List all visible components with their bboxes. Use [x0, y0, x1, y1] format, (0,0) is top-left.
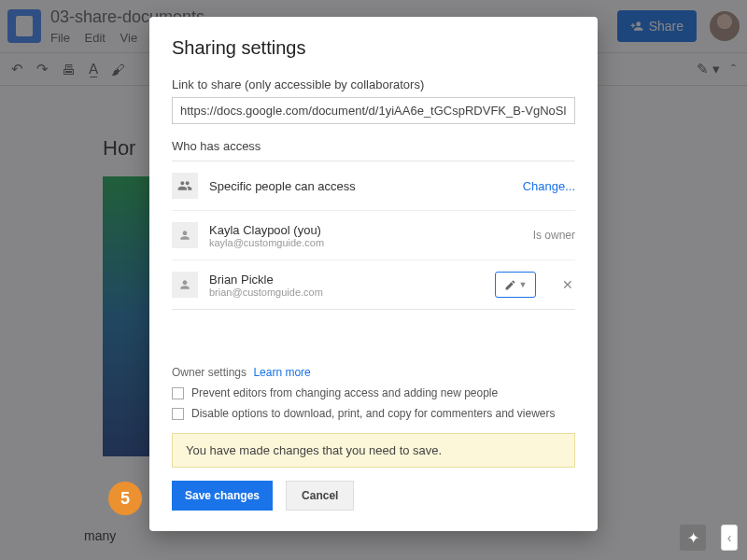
permission-dropdown[interactable]: ▼	[495, 272, 536, 298]
who-has-access-label: Who has access	[172, 139, 575, 153]
chevron-down-icon: ▼	[519, 280, 528, 289]
user-name: Kayla Claypool (you)	[209, 223, 522, 237]
dialog-title: Sharing settings	[172, 37, 575, 59]
checkbox[interactable]	[172, 387, 184, 399]
step-callout: 5	[108, 482, 142, 515]
link-to-share-label: Link to share (only accessible by collab…	[172, 77, 575, 91]
remove-user-button[interactable]: ✕	[560, 277, 575, 292]
dialog-buttons: Save changes Cancel	[172, 481, 575, 511]
pencil-icon	[504, 279, 516, 291]
bottom-dock: ✦ ‹	[680, 525, 738, 551]
person-icon	[172, 272, 198, 298]
user-row-collaborator: Brian Pickle brian@customguide.com ▼ ✕	[172, 260, 575, 310]
unsaved-changes-notice: You have made changes that you need to s…	[172, 433, 575, 468]
access-list: Specific people can access Change... Kay…	[172, 161, 575, 310]
prevent-editors-checkbox-row[interactable]: Prevent editors from changing access and…	[172, 386, 575, 399]
change-access-link[interactable]: Change...	[523, 179, 575, 193]
callout-number: 5	[120, 489, 130, 509]
explore-button[interactable]: ✦	[680, 525, 706, 551]
person-icon	[172, 222, 198, 248]
access-summary-row: Specific people can access Change...	[172, 161, 575, 211]
checkbox-label: Prevent editors from changing access and…	[191, 386, 498, 399]
user-email: kayla@customguide.com	[209, 237, 522, 248]
cancel-button[interactable]: Cancel	[286, 481, 354, 511]
sharing-settings-dialog: Sharing settings Link to share (only acc…	[149, 17, 598, 531]
checkbox[interactable]	[172, 408, 184, 420]
save-changes-button[interactable]: Save changes	[172, 481, 273, 511]
share-link-input[interactable]	[172, 97, 575, 124]
learn-more-link[interactable]: Learn more	[253, 366, 310, 379]
disable-download-checkbox-row[interactable]: Disable options to download, print, and …	[172, 407, 575, 420]
user-email: brian@customguide.com	[209, 287, 484, 298]
user-name: Brian Pickle	[209, 273, 484, 287]
side-panel-toggle[interactable]: ‹	[721, 525, 738, 551]
owner-settings-header: Owner settings Learn more	[172, 366, 575, 379]
people-icon	[172, 173, 198, 199]
user-row-owner: Kayla Claypool (you) kayla@customguide.c…	[172, 211, 575, 260]
access-summary-text: Specific people can access	[209, 179, 512, 193]
owner-settings-label: Owner settings	[172, 366, 247, 379]
owner-role-label: Is owner	[533, 229, 575, 242]
checkbox-label: Disable options to download, print, and …	[191, 407, 556, 420]
